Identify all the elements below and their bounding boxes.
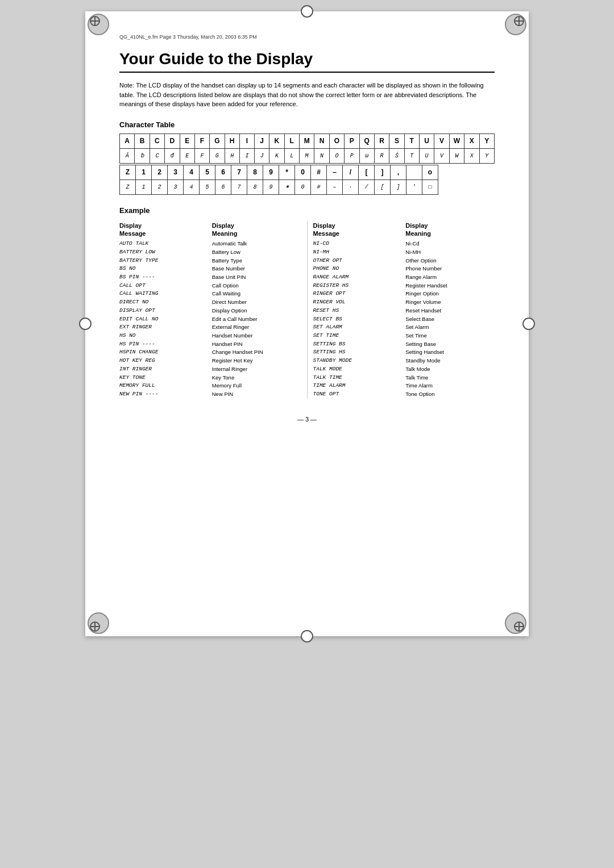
char-lbracket: [ bbox=[359, 165, 375, 180]
left-display-col: DisplayMessage AUTO TALK BATTERY LOW BAT… bbox=[119, 222, 209, 399]
char-Z: Z bbox=[120, 165, 136, 180]
lcd-F: F bbox=[194, 148, 209, 163]
char-K: K bbox=[269, 133, 284, 148]
char-Q: Q bbox=[359, 133, 374, 148]
lcd-rbr: ] bbox=[391, 180, 406, 194]
reg-mark-tl bbox=[90, 16, 100, 26]
lcd-H: H bbox=[225, 148, 239, 163]
left-col-pair: DisplayMessage AUTO TALK BATTERY LOW BAT… bbox=[119, 222, 301, 399]
lcd-X: X bbox=[464, 148, 479, 163]
left-meaning-col: DisplayMeaning Automatic Talk Battery Lo… bbox=[209, 222, 301, 399]
lcd-slash2: / bbox=[359, 180, 375, 194]
char-T: T bbox=[404, 133, 419, 148]
char-5: 5 bbox=[200, 165, 215, 180]
char-dash: – bbox=[327, 165, 343, 180]
lcd-N: N bbox=[314, 148, 329, 163]
lcd-Z: Z bbox=[120, 180, 136, 194]
right-display-header: DisplayMessage bbox=[313, 222, 399, 238]
char-4: 4 bbox=[184, 165, 200, 180]
char-P: P bbox=[345, 133, 359, 148]
char-M: M bbox=[299, 133, 314, 148]
right-display-data: NI-CD NI-MH OTHER OPT PHONE NO RANGE ALA… bbox=[313, 240, 399, 399]
char-D: D bbox=[165, 133, 180, 148]
char-I: I bbox=[239, 133, 254, 148]
lcd-J: J bbox=[255, 148, 269, 163]
char-H: H bbox=[225, 133, 239, 148]
right-meaning-header: DisplayMeaning bbox=[405, 222, 491, 238]
char-rbracket: ] bbox=[375, 165, 391, 180]
char-U: U bbox=[419, 133, 434, 148]
lcd-7: 7 bbox=[231, 180, 247, 194]
columns-wrapper: DisplayMessage AUTO TALK BATTERY LOW BAT… bbox=[119, 222, 495, 399]
left-meaning-data: Automatic Talk Battery Low Battery Type … bbox=[212, 240, 298, 399]
lcd-lbr: [ bbox=[375, 180, 391, 194]
lcd-apos: ' bbox=[406, 180, 422, 194]
char-G: G bbox=[210, 133, 225, 148]
left-display-header: DisplayMessage bbox=[119, 222, 205, 238]
char-star: * bbox=[279, 165, 295, 180]
edge-circle-top bbox=[301, 5, 313, 18]
char-F: F bbox=[194, 133, 209, 148]
lcd-9: 9 bbox=[263, 180, 279, 194]
char-V: V bbox=[434, 133, 449, 148]
char-E: E bbox=[180, 133, 194, 148]
right-meaning-col: DisplayMeaning Ni-Cd Ni-MH Other Option … bbox=[402, 222, 495, 399]
char-J: J bbox=[255, 133, 269, 148]
lcd-1: 1 bbox=[136, 180, 152, 194]
char-table-row1: A B C D E F G H I J K L M N O P Q R S T bbox=[119, 133, 495, 164]
left-meaning-header: DisplayMeaning bbox=[212, 222, 298, 238]
edge-circle-left bbox=[79, 318, 92, 330]
char-B: B bbox=[135, 133, 150, 148]
lcd-D: đ bbox=[165, 148, 180, 163]
right-meaning-data: Ni-Cd Ni-MH Other Option Phone Number Ra… bbox=[405, 240, 491, 399]
page-title: Your Guide to the Display bbox=[119, 50, 495, 68]
lcd-8: 8 bbox=[247, 180, 263, 194]
char-table-row2: Z 1 2 3 4 5 6 7 8 9 * 0 # – / [ ] , o bbox=[119, 165, 438, 195]
char-9: 9 bbox=[263, 165, 279, 180]
char-O: O bbox=[329, 133, 344, 148]
lcd-L: L bbox=[284, 148, 299, 163]
char-L: L bbox=[284, 133, 299, 148]
lcd-I: I bbox=[239, 148, 254, 163]
reg-mark-tr bbox=[514, 16, 524, 26]
char-S: S bbox=[389, 133, 404, 148]
char-space bbox=[406, 165, 422, 180]
char-Y: Y bbox=[479, 133, 495, 148]
char-W: W bbox=[449, 133, 464, 148]
lcd-B: ƀ bbox=[135, 148, 150, 163]
file-info: QG_410NL_e.fm Page 3 Thursday, March 20,… bbox=[119, 34, 495, 40]
lcd-4: 4 bbox=[184, 180, 200, 194]
lcd-W: W bbox=[449, 148, 464, 163]
left-display-data: AUTO TALK BATTERY LOW BATTERY TYPE BS NO… bbox=[119, 240, 205, 399]
lcd-E: E bbox=[180, 148, 194, 163]
char-7: 7 bbox=[231, 165, 247, 180]
lcd-V: V bbox=[434, 148, 449, 163]
right-display-col: DisplayMessage NI-CD NI-MH OTHER OPT PHO… bbox=[313, 222, 403, 399]
edge-circle-bottom bbox=[301, 630, 313, 642]
char-1: 1 bbox=[136, 165, 152, 180]
example-title: Example bbox=[119, 206, 495, 215]
char-A: A bbox=[120, 133, 135, 148]
lcd-K: K bbox=[269, 148, 284, 163]
page-number: — 3 — bbox=[119, 416, 495, 423]
char-comma: , bbox=[391, 165, 406, 180]
lcd-O: O bbox=[329, 148, 344, 163]
note-text: Note: The LCD display of the handset can… bbox=[119, 81, 495, 109]
char-N: N bbox=[314, 133, 329, 148]
lcd-U: U bbox=[419, 148, 434, 163]
right-col-pair: DisplayMessage NI-CD NI-MH OTHER OPT PHO… bbox=[313, 222, 495, 399]
lcd-5: 5 bbox=[200, 180, 215, 194]
lcd-star: ✶ bbox=[279, 180, 295, 194]
char-hash: # bbox=[311, 165, 327, 180]
lcd-dash: – bbox=[327, 180, 343, 194]
lcd-P: P bbox=[345, 148, 359, 163]
col-divider bbox=[307, 222, 308, 399]
lcd-R: R bbox=[374, 148, 389, 163]
char-table-title: Character Table bbox=[119, 120, 495, 129]
char-o: o bbox=[422, 165, 438, 180]
lcd-box: □ bbox=[422, 180, 438, 194]
char-2: 2 bbox=[152, 165, 168, 180]
lcd-Y: Y bbox=[479, 148, 495, 163]
char-0: 0 bbox=[295, 165, 311, 180]
lcd-0: 0 bbox=[295, 180, 311, 194]
